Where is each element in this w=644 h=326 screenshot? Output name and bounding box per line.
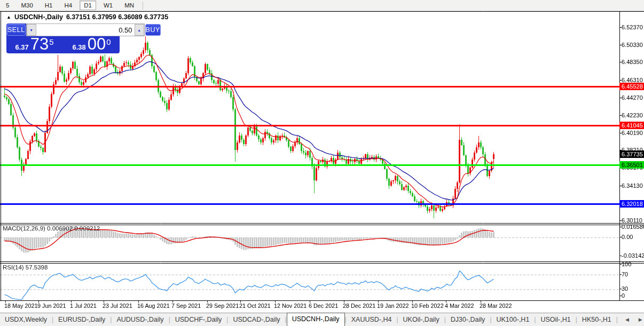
sell-price-sup: 5	[49, 37, 53, 46]
price-badge-6-32018: 6.32018	[619, 200, 644, 208]
chart-title-symbol: USDCNH-,Daily	[14, 13, 63, 21]
macd-axis-label: 0.00	[622, 234, 633, 241]
date-axis-label: 23 Jul 2021	[103, 303, 132, 309]
date-axis-label: 29 Sep 2021	[206, 303, 239, 309]
tabs-scroll-right-button[interactable]: ▶	[637, 316, 644, 323]
timeframe-button-h1[interactable]: H1	[41, 1, 57, 10]
date-axis-label: 10 Feb 2022	[411, 303, 444, 309]
chart-tab-usdchf-daily[interactable]: USDCHF-,Daily	[170, 314, 227, 325]
timeframe-button-mn[interactable]: MN	[120, 1, 138, 10]
price-badge-6-45528: 6.45528	[619, 83, 644, 90]
date-axis-label: 19 Jan 2022	[377, 303, 409, 309]
chart-tab-usdx-weekly[interactable]: USDX,Weekly	[0, 314, 52, 325]
date-axis-label: 21 Oct 2021	[239, 303, 271, 309]
date-axis-label: 6 Dec 2021	[309, 303, 338, 309]
rsi-value: 57.5398	[26, 264, 48, 271]
sell-price-big: 73	[30, 36, 49, 52]
tab-arrows: |◀▶	[616, 316, 644, 323]
buy-price-sup: 0	[106, 37, 111, 46]
rsi-axis-label: 70	[622, 271, 628, 278]
rsi-name: RSI(14)	[3, 264, 24, 271]
date-axis-label: 28 Mar 2022	[480, 303, 512, 309]
date-axis-label: 28 Dec 2021	[343, 303, 375, 309]
price-axis-tick: 6.50330	[622, 42, 643, 49]
date-axis-label: 1 Jul 2021	[70, 303, 97, 309]
timeframe-toolbar: 5M30H1H4D1W1MN	[0, 0, 644, 11]
date-axis-label: 4 Mar 2022	[445, 303, 474, 309]
collapse-trade-panel-icon[interactable]: ▲	[6, 14, 11, 20]
trade-panel-top-row: SELL ▼ ▲ BUY	[6, 23, 120, 35]
date-axis-label: 18 May 2021	[4, 303, 37, 309]
rsi-axis-label: 30	[622, 285, 628, 292]
sell-price-small: 6.37	[15, 43, 28, 51]
price-axis-tick: 6.44270	[622, 94, 643, 101]
macd-indicator-label: MACD(12,26,9) 0.006902 0.009212	[3, 225, 100, 232]
trading-terminal-window: 5M30H1H4D1W1MN ▲ USDCNH-,Daily 6.37151 6…	[0, 0, 644, 326]
timeframe-button-d1[interactable]: D1	[80, 1, 96, 10]
one-click-trading-panel: SELL ▼ ▲ BUY 6.37 73 5 6.38 00 0	[6, 23, 120, 53]
volume-input[interactable]	[36, 24, 135, 36]
date-axis-label: 7 Sep 2021	[171, 303, 201, 309]
price-axis-tick: 6.30110	[622, 217, 642, 224]
chart-tab-hk50-h1[interactable]: HK50-,H1	[577, 314, 616, 325]
chart-title: ▲ USDCNH-,Daily 6.37151 6.37959 6.36089 …	[6, 13, 168, 21]
chart-tab-usdcnh-daily[interactable]: USDCNH-,Daily	[287, 313, 345, 326]
chart-tab-bar: USDX,Weekly|EURUSD-,Daily|AUDUSD-,Daily|…	[0, 313, 644, 326]
price-axis-tick: 6.34130	[622, 182, 643, 189]
rsi-indicator-label: RSI(14) 57.5398	[3, 264, 48, 271]
timeframe-button-h4[interactable]: H4	[60, 1, 76, 10]
sell-quote[interactable]: 6.37 73 5	[6, 36, 62, 53]
price-badge-6-37735: 6.37735	[619, 150, 644, 158]
buy-button[interactable]: BUY	[145, 24, 161, 36]
price-badge-6-41045: 6.41045	[619, 122, 644, 129]
rsi-axis-label: 100	[622, 261, 631, 268]
macd-axis-label: -0.03142	[622, 252, 644, 259]
toolbar-separator	[143, 2, 143, 10]
chart-canvas[interactable]	[0, 11, 644, 313]
chart-tab-dj30-daily[interactable]: DJ30-,Daily	[446, 314, 490, 325]
buy-quote[interactable]: 6.38 00 0	[64, 36, 120, 53]
tabs-scroll-left-button[interactable]: ◀	[623, 316, 631, 323]
price-axis-tick: 6.40190	[622, 130, 643, 137]
price-axis-tick: 6.52370	[622, 24, 643, 31]
chart-tab-usdcad-daily[interactable]: USDCAD-,Daily	[228, 314, 285, 325]
date-axis-label: 12 Nov 2021	[274, 303, 307, 309]
chart-tab-eurusd-daily[interactable]: EURUSD-,Daily	[53, 314, 110, 325]
timeframe-button-5[interactable]: 5	[2, 1, 13, 10]
price-badge-6-36501: 6.36501	[619, 161, 644, 169]
chart-tab-ukoil-daily[interactable]: UKOil-,Daily	[398, 314, 444, 325]
volume-increase-button[interactable]: ▲	[135, 24, 144, 36]
chart-tab-usoil-h1[interactable]: USOil-,H1	[536, 314, 575, 325]
chart-tab-audusd-daily[interactable]: AUDUSD-,Daily	[112, 314, 168, 325]
buy-price-small: 6.38	[72, 43, 85, 51]
sell-button[interactable]: SELL	[7, 24, 26, 36]
macd-values: 0.006902 0.009212	[47, 225, 100, 232]
rsi-axis-label: 0	[622, 292, 625, 299]
date-axis-label: 9 Jun 2021	[37, 303, 66, 309]
tab-separator: |	[616, 316, 618, 323]
chart-tab-xauusd-h4[interactable]: XAUUSD-,H4	[347, 314, 397, 325]
timeframe-button-m30[interactable]: M30	[17, 1, 37, 10]
price-axis-tick: 6.42230	[622, 112, 643, 119]
chart-title-ohlc: 6.37151 6.37959 6.36089 6.37735	[66, 13, 168, 21]
macd-name: MACD(12,26,9)	[3, 225, 45, 232]
volume-decrease-button[interactable]: ▼	[27, 24, 36, 36]
timeframe-button-w1[interactable]: W1	[99, 1, 117, 10]
buy-price-big: 00	[88, 36, 106, 52]
macd-axis-label: 0.016586	[622, 224, 644, 230]
chart-tab-uk100-h1[interactable]: UK100-,H1	[492, 314, 535, 325]
date-axis-label: 16 Aug 2021	[137, 303, 170, 309]
trade-panel-quotes: 6.37 73 5 6.38 00 0	[6, 36, 120, 53]
price-axis-tick: 6.48350	[622, 59, 643, 66]
